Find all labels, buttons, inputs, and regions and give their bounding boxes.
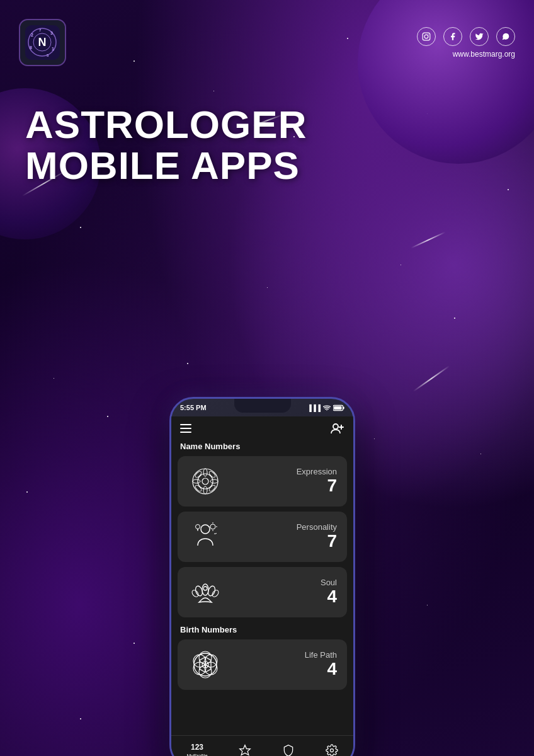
wifi-icon xyxy=(323,404,331,411)
svg-text:3: 3 xyxy=(50,31,53,35)
social-icons-group xyxy=(417,27,515,46)
svg-point-44 xyxy=(202,584,208,595)
svg-point-27 xyxy=(203,486,207,494)
svg-point-48 xyxy=(211,589,220,598)
svg-text:N: N xyxy=(38,36,47,49)
soul-label: Soul xyxy=(223,578,337,587)
svg-point-40 xyxy=(196,525,200,529)
instagram-icon[interactable] xyxy=(417,27,436,46)
svg-point-29 xyxy=(210,479,218,483)
main-headline: ASTROLOGER MOBILE APPS xyxy=(25,104,307,186)
svg-point-34 xyxy=(201,525,210,534)
svg-text:2: 2 xyxy=(31,33,33,37)
svg-marker-57 xyxy=(200,657,211,672)
hamburger-menu[interactable] xyxy=(180,424,191,433)
life-path-card: Life Path 4 xyxy=(178,639,347,690)
logo: N 2 3 8 1 7 5 xyxy=(19,19,66,66)
expression-icon xyxy=(188,464,223,499)
nav-gear[interactable] xyxy=(326,744,338,757)
svg-text:8: 8 xyxy=(30,45,32,50)
app-header xyxy=(171,416,353,439)
expression-card: Expression 7 xyxy=(178,456,347,507)
soul-card-right: Soul 4 xyxy=(223,578,337,607)
svg-rect-16 xyxy=(334,406,341,410)
svg-point-13 xyxy=(326,410,327,411)
svg-point-20 xyxy=(333,424,338,429)
section-name-numbers-label: Name Numbers xyxy=(171,439,353,456)
svg-point-28 xyxy=(193,479,200,483)
svg-rect-10 xyxy=(423,33,430,40)
svg-text:1: 1 xyxy=(52,47,54,51)
headline-line1: ASTROLOGER xyxy=(25,104,307,145)
app-content: Name Numbers xyxy=(171,416,353,735)
nav-star[interactable] xyxy=(239,744,251,757)
personality-label: Personality xyxy=(223,522,337,532)
personality-value: 7 xyxy=(223,532,337,551)
top-bar: N 2 3 8 1 7 5 xyxy=(19,19,515,66)
svg-point-11 xyxy=(424,35,428,38)
expression-label: Expression xyxy=(223,467,337,476)
phone-mockup: 5:55 PM ▐▐▐ xyxy=(169,397,365,756)
nav-myprofile[interactable]: 123 MyProfile xyxy=(186,742,207,756)
soul-card: Soul 4 xyxy=(178,567,347,617)
svg-rect-17 xyxy=(180,424,191,425)
nav-star-icon xyxy=(239,744,251,757)
personality-icon xyxy=(188,519,223,554)
expression-value: 7 xyxy=(223,476,337,496)
life-path-icon xyxy=(188,647,223,682)
whatsapp-icon[interactable] xyxy=(496,27,515,46)
logo-icon: N 2 3 8 1 7 5 xyxy=(25,25,60,60)
soul-icon xyxy=(188,575,223,610)
nav-profile-icon: 123 xyxy=(191,742,203,752)
svg-point-32 xyxy=(208,471,217,479)
svg-point-58 xyxy=(202,662,208,668)
life-path-card-right: Life Path 4 xyxy=(223,650,337,679)
svg-point-61 xyxy=(330,748,333,752)
life-path-value: 4 xyxy=(223,660,337,679)
svg-point-12 xyxy=(428,34,429,35)
status-bar: 5:55 PM ▐▐▐ xyxy=(171,399,353,416)
svg-point-31 xyxy=(208,484,217,493)
personality-card-right: Personality 7 xyxy=(223,522,337,551)
svg-point-25 xyxy=(202,478,208,484)
svg-text:123: 123 xyxy=(191,743,203,752)
nav-gear-icon xyxy=(326,744,338,757)
top-right-bar: www.bestmarg.org xyxy=(417,27,515,59)
svg-point-47 xyxy=(191,589,200,598)
battery-icon xyxy=(333,404,344,411)
section-birth-numbers-label: Birth Numbers xyxy=(171,622,353,639)
svg-point-30 xyxy=(195,471,203,479)
status-icons: ▐▐▐ xyxy=(307,404,344,411)
svg-rect-19 xyxy=(180,432,191,433)
personality-card: Personality 7 xyxy=(178,512,347,562)
soul-value: 4 xyxy=(223,587,337,607)
nav-shield-icon xyxy=(282,744,295,757)
twitter-icon[interactable] xyxy=(470,27,489,46)
svg-point-26 xyxy=(203,469,207,476)
expression-card-right: Expression 7 xyxy=(223,467,337,496)
status-time: 5:55 PM xyxy=(180,404,207,411)
headline-line2: MOBILE APPS xyxy=(25,145,307,186)
bottom-nav: 123 MyProfile xyxy=(171,735,353,756)
life-path-label: Life Path xyxy=(223,650,337,660)
facebook-icon[interactable] xyxy=(443,27,462,46)
user-add-icon[interactable] xyxy=(331,423,344,434)
svg-point-49 xyxy=(203,587,207,590)
phone-outer: 5:55 PM ▐▐▐ xyxy=(169,397,355,756)
svg-point-35 xyxy=(210,524,215,529)
nav-shield[interactable] xyxy=(282,744,295,757)
svg-rect-18 xyxy=(180,428,191,429)
website-url: www.bestmarg.org xyxy=(453,50,515,59)
svg-point-23 xyxy=(193,469,218,494)
nav-myprofile-label: MyProfile xyxy=(186,753,207,756)
svg-marker-60 xyxy=(239,745,250,755)
svg-point-33 xyxy=(195,484,203,493)
signal-icon: ▐▐▐ xyxy=(307,404,321,411)
svg-rect-15 xyxy=(343,406,344,409)
